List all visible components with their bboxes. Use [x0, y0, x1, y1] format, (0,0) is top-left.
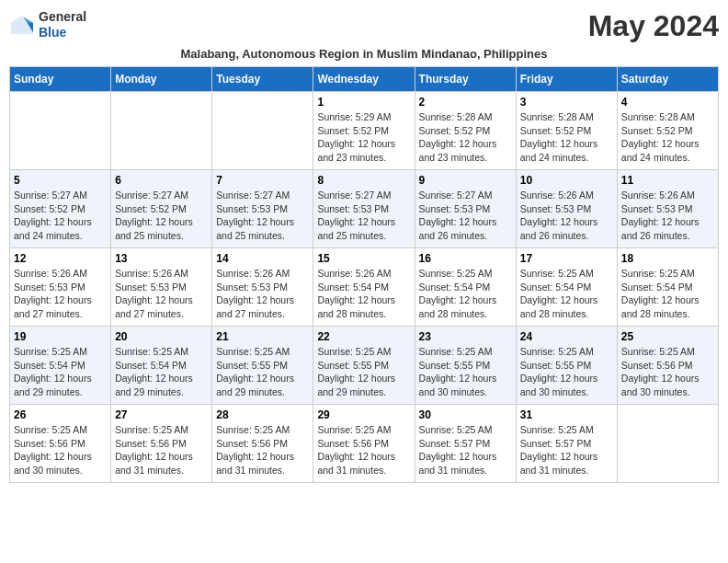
- day-number: 4: [621, 96, 714, 109]
- day-number: 16: [419, 252, 512, 265]
- calendar-cell: 8Sunrise: 5:27 AM Sunset: 5:53 PM Daylig…: [313, 170, 415, 248]
- day-number: 28: [216, 408, 309, 421]
- logo: General Blue: [9, 9, 86, 40]
- calendar-cell: 13Sunrise: 5:26 AM Sunset: 5:53 PM Dayli…: [111, 248, 212, 327]
- day-info: Sunrise: 5:25 AM Sunset: 5:54 PM Dayligh…: [115, 345, 208, 399]
- day-info: Sunrise: 5:26 AM Sunset: 5:53 PM Dayligh…: [621, 189, 714, 243]
- header-cell-tuesday: Tuesday: [212, 67, 313, 92]
- calendar-cell: [212, 92, 313, 170]
- calendar-table: SundayMondayTuesdayWednesdayThursdayFrid…: [9, 66, 719, 483]
- calendar-cell: 5Sunrise: 5:27 AM Sunset: 5:52 PM Daylig…: [10, 170, 111, 248]
- calendar-cell: 30Sunrise: 5:25 AM Sunset: 5:57 PM Dayli…: [415, 405, 516, 483]
- calendar-cell: 9Sunrise: 5:27 AM Sunset: 5:53 PM Daylig…: [415, 170, 516, 248]
- calendar-cell: 15Sunrise: 5:26 AM Sunset: 5:54 PM Dayli…: [313, 248, 415, 327]
- day-number: 1: [317, 96, 410, 109]
- calendar-header-row: SundayMondayTuesdayWednesdayThursdayFrid…: [10, 67, 719, 92]
- day-number: 23: [419, 330, 512, 343]
- day-info: Sunrise: 5:27 AM Sunset: 5:53 PM Dayligh…: [216, 189, 309, 243]
- day-info: Sunrise: 5:26 AM Sunset: 5:53 PM Dayligh…: [115, 267, 208, 321]
- page-header: General Blue May 2024: [9, 9, 719, 43]
- day-info: Sunrise: 5:26 AM Sunset: 5:53 PM Dayligh…: [216, 267, 309, 321]
- calendar-cell: 1Sunrise: 5:29 AM Sunset: 5:52 PM Daylig…: [313, 92, 415, 170]
- day-info: Sunrise: 5:28 AM Sunset: 5:52 PM Dayligh…: [419, 110, 512, 165]
- calendar-cell: 21Sunrise: 5:25 AM Sunset: 5:55 PM Dayli…: [212, 327, 313, 405]
- calendar-cell: 6Sunrise: 5:27 AM Sunset: 5:52 PM Daylig…: [111, 170, 212, 248]
- day-info: Sunrise: 5:25 AM Sunset: 5:57 PM Dayligh…: [520, 423, 613, 477]
- day-number: 3: [520, 96, 613, 109]
- day-info: Sunrise: 5:25 AM Sunset: 5:56 PM Dayligh…: [216, 423, 309, 477]
- header-cell-thursday: Thursday: [415, 67, 516, 92]
- day-number: 24: [520, 330, 613, 343]
- calendar-cell: 11Sunrise: 5:26 AM Sunset: 5:53 PM Dayli…: [617, 170, 718, 248]
- calendar-cell: 22Sunrise: 5:25 AM Sunset: 5:55 PM Dayli…: [313, 327, 415, 405]
- day-number: 19: [14, 330, 107, 343]
- day-info: Sunrise: 5:28 AM Sunset: 5:52 PM Dayligh…: [520, 110, 613, 165]
- day-info: Sunrise: 5:25 AM Sunset: 5:55 PM Dayligh…: [317, 345, 410, 399]
- day-number: 18: [621, 252, 714, 265]
- calendar-cell: 19Sunrise: 5:25 AM Sunset: 5:54 PM Dayli…: [10, 327, 111, 405]
- calendar-cell: 2Sunrise: 5:28 AM Sunset: 5:52 PM Daylig…: [415, 92, 516, 170]
- day-number: 25: [621, 330, 714, 343]
- day-info: Sunrise: 5:27 AM Sunset: 5:53 PM Dayligh…: [419, 189, 512, 243]
- calendar-cell: 23Sunrise: 5:25 AM Sunset: 5:55 PM Dayli…: [415, 327, 516, 405]
- header-cell-monday: Monday: [111, 67, 212, 92]
- calendar-week-row: 12Sunrise: 5:26 AM Sunset: 5:53 PM Dayli…: [10, 248, 719, 327]
- calendar-cell: 24Sunrise: 5:25 AM Sunset: 5:55 PM Dayli…: [516, 327, 617, 405]
- calendar-cell: 25Sunrise: 5:25 AM Sunset: 5:56 PM Dayli…: [617, 327, 718, 405]
- day-info: Sunrise: 5:25 AM Sunset: 5:54 PM Dayligh…: [520, 267, 613, 321]
- day-number: 21: [216, 330, 309, 343]
- calendar-subtitle: Malabang, Autonomous Region in Muslim Mi…: [9, 47, 719, 61]
- header-cell-sunday: Sunday: [10, 67, 111, 92]
- calendar-cell: 12Sunrise: 5:26 AM Sunset: 5:53 PM Dayli…: [10, 248, 111, 327]
- day-info: Sunrise: 5:27 AM Sunset: 5:52 PM Dayligh…: [115, 189, 208, 243]
- day-info: Sunrise: 5:26 AM Sunset: 5:53 PM Dayligh…: [520, 189, 613, 243]
- day-number: 31: [520, 408, 613, 421]
- calendar-cell: 3Sunrise: 5:28 AM Sunset: 5:52 PM Daylig…: [516, 92, 617, 170]
- logo-text: General Blue: [39, 9, 86, 40]
- day-number: 15: [317, 252, 410, 265]
- day-number: 11: [621, 174, 714, 187]
- calendar-week-row: 26Sunrise: 5:25 AM Sunset: 5:56 PM Dayli…: [10, 405, 719, 483]
- day-info: Sunrise: 5:25 AM Sunset: 5:55 PM Dayligh…: [520, 345, 613, 399]
- calendar-cell: 10Sunrise: 5:26 AM Sunset: 5:53 PM Dayli…: [516, 170, 617, 248]
- day-number: 13: [115, 252, 208, 265]
- day-number: 2: [419, 96, 512, 109]
- day-number: 27: [115, 408, 208, 421]
- day-info: Sunrise: 5:25 AM Sunset: 5:54 PM Dayligh…: [419, 267, 512, 321]
- day-number: 20: [115, 330, 208, 343]
- day-number: 7: [216, 174, 309, 187]
- day-number: 5: [14, 174, 107, 187]
- day-number: 26: [14, 408, 107, 421]
- calendar-week-row: 5Sunrise: 5:27 AM Sunset: 5:52 PM Daylig…: [10, 170, 719, 248]
- day-info: Sunrise: 5:25 AM Sunset: 5:56 PM Dayligh…: [14, 423, 107, 477]
- calendar-cell: [617, 405, 718, 483]
- day-number: 12: [14, 252, 107, 265]
- day-info: Sunrise: 5:25 AM Sunset: 5:55 PM Dayligh…: [419, 345, 512, 399]
- calendar-cell: 20Sunrise: 5:25 AM Sunset: 5:54 PM Dayli…: [111, 327, 212, 405]
- day-number: 29: [317, 408, 410, 421]
- day-info: Sunrise: 5:27 AM Sunset: 5:52 PM Dayligh…: [14, 189, 107, 243]
- calendar-week-row: 19Sunrise: 5:25 AM Sunset: 5:54 PM Dayli…: [10, 327, 719, 405]
- day-number: 6: [115, 174, 208, 187]
- day-number: 30: [419, 408, 512, 421]
- header-cell-wednesday: Wednesday: [313, 67, 415, 92]
- day-info: Sunrise: 5:26 AM Sunset: 5:54 PM Dayligh…: [317, 267, 410, 321]
- day-info: Sunrise: 5:26 AM Sunset: 5:53 PM Dayligh…: [14, 267, 107, 321]
- day-number: 9: [419, 174, 512, 187]
- day-info: Sunrise: 5:28 AM Sunset: 5:52 PM Dayligh…: [621, 110, 714, 165]
- calendar-cell: 16Sunrise: 5:25 AM Sunset: 5:54 PM Dayli…: [415, 248, 516, 327]
- calendar-cell: 28Sunrise: 5:25 AM Sunset: 5:56 PM Dayli…: [212, 405, 313, 483]
- calendar-cell: [10, 92, 111, 170]
- calendar-cell: 7Sunrise: 5:27 AM Sunset: 5:53 PM Daylig…: [212, 170, 313, 248]
- day-number: 22: [317, 330, 410, 343]
- calendar-cell: 26Sunrise: 5:25 AM Sunset: 5:56 PM Dayli…: [10, 405, 111, 483]
- day-number: 17: [520, 252, 613, 265]
- day-info: Sunrise: 5:29 AM Sunset: 5:52 PM Dayligh…: [317, 110, 410, 165]
- calendar-cell: 29Sunrise: 5:25 AM Sunset: 5:56 PM Dayli…: [313, 405, 415, 483]
- calendar-cell: [111, 92, 212, 170]
- day-info: Sunrise: 5:25 AM Sunset: 5:56 PM Dayligh…: [621, 345, 714, 399]
- day-info: Sunrise: 5:25 AM Sunset: 5:54 PM Dayligh…: [621, 267, 714, 321]
- header-cell-friday: Friday: [516, 67, 617, 92]
- day-info: Sunrise: 5:27 AM Sunset: 5:53 PM Dayligh…: [317, 189, 410, 243]
- calendar-cell: 4Sunrise: 5:28 AM Sunset: 5:52 PM Daylig…: [617, 92, 718, 170]
